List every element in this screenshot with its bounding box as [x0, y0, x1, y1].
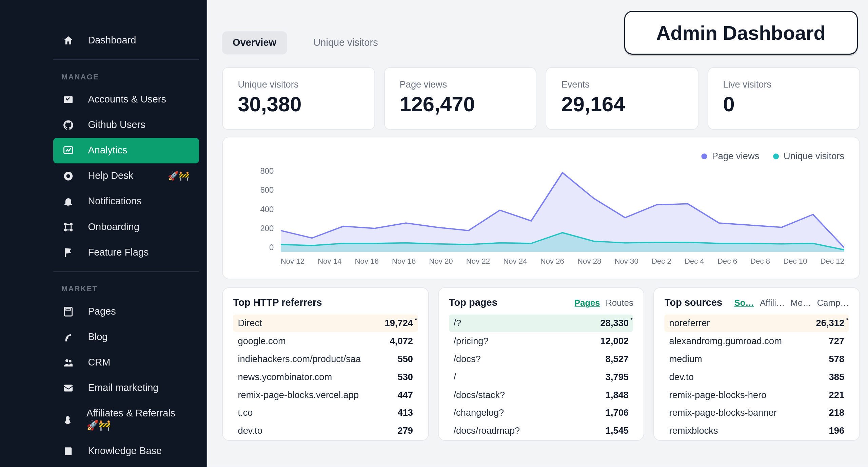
- x-tick: Nov 30: [614, 257, 638, 270]
- row-value: 279: [397, 426, 413, 436]
- x-tick: Nov 28: [577, 257, 601, 270]
- sidebar-section-heading: MANAGE: [53, 60, 206, 87]
- panel-title: Top HTTP referrers: [233, 297, 322, 309]
- svg-point-7: [70, 228, 73, 231]
- table-row[interactable]: / 3,795: [449, 368, 633, 386]
- stat-card: Page views 126,470: [384, 67, 536, 130]
- row-value: 196: [829, 426, 845, 436]
- panel-tabs: PagesRoutes: [574, 298, 633, 307]
- table-row[interactable]: noreferrer 26,312: [665, 315, 849, 332]
- panel-tab[interactable]: Camp…: [817, 298, 849, 307]
- panel-title: Top pages: [449, 297, 497, 309]
- analytics-icon: [61, 145, 75, 156]
- panel-tab[interactable]: Affili…: [760, 298, 785, 307]
- sidebar-item-flags[interactable]: Feature Flags: [53, 240, 199, 265]
- panel-header: Top HTTP referrers: [233, 297, 418, 309]
- sidebar: Dashboard MANAGE Accounts & Users Github…: [0, 0, 207, 467]
- y-tick: 0: [238, 243, 274, 252]
- row-name: /docs?: [453, 354, 480, 365]
- table-row[interactable]: indiehackers.com/product/saa 550: [233, 351, 418, 368]
- x-tick: Dec 8: [750, 257, 770, 270]
- table-row[interactable]: news.ycombinator.com 530: [233, 368, 418, 386]
- panel-tab[interactable]: Me…: [791, 298, 811, 307]
- chart-y-axis: 8006004002000: [238, 166, 274, 252]
- row-value: 28,330: [600, 318, 629, 329]
- table-row[interactable]: /pricing? 12,002: [449, 333, 633, 350]
- table-row[interactable]: google.com 4,072: [233, 333, 418, 350]
- svg-point-3: [66, 174, 70, 178]
- sidebar-item-pages[interactable]: Pages: [53, 299, 199, 324]
- table-row[interactable]: remix-page-blocks.vercel.app 447: [233, 386, 418, 404]
- tab-overview[interactable]: Overview: [222, 31, 287, 54]
- sidebar-item-notifications[interactable]: Notifications: [53, 189, 199, 214]
- svg-point-4: [64, 223, 67, 226]
- x-tick: Nov 20: [429, 257, 453, 270]
- row-name: alexandromg.gumroad.com: [669, 336, 782, 347]
- row-name: dev.to: [238, 426, 262, 436]
- sidebar-item-accounts[interactable]: Accounts & Users: [53, 87, 199, 112]
- x-tick: Dec 6: [717, 257, 737, 270]
- legend-item[interactable]: Page views: [702, 151, 759, 162]
- sidebar-item-crm[interactable]: CRM: [53, 350, 199, 375]
- row-name: /: [453, 372, 456, 382]
- table-row[interactable]: remix-page-blocks-hero 221: [665, 386, 849, 404]
- table-row[interactable]: /changelog? 1,706: [449, 404, 633, 422]
- crm-icon: [61, 357, 75, 368]
- sidebar-item-label: Knowledge Base: [88, 445, 162, 457]
- row-value: 8,527: [606, 354, 629, 365]
- panel-referrers: Top HTTP referrersDirect 19,724google.co…: [222, 287, 429, 441]
- sidebar-item-affiliates[interactable]: Affiliates & Referrals 🚀🚧: [53, 401, 199, 438]
- sidebar-item-blog[interactable]: Blog: [53, 324, 199, 350]
- table-row[interactable]: /? 28,330: [449, 315, 633, 332]
- tab-unique-visitors[interactable]: Unique visitors: [303, 31, 389, 54]
- sidebar-item-helpdesk[interactable]: Help Desk 🚀🚧: [53, 163, 199, 189]
- sidebar-item-github[interactable]: Github Users: [53, 112, 199, 138]
- table-row[interactable]: alexandromg.gumroad.com 727: [665, 333, 849, 350]
- table-row[interactable]: t.co 413: [233, 404, 418, 422]
- row-value: 447: [397, 390, 413, 400]
- stat-value: 30,380: [238, 92, 359, 116]
- table-row[interactable]: remix-page-blocks-banner 218: [665, 404, 849, 422]
- row-name: /docs/stack?: [453, 390, 505, 400]
- row-name: medium: [669, 354, 702, 365]
- sidebar-item-label: Feature Flags: [88, 247, 149, 258]
- sidebar-section-heading: MARKET: [53, 272, 206, 299]
- sidebar-item-email[interactable]: Email marketing: [53, 375, 199, 401]
- sidebar-item-analytics[interactable]: Analytics: [53, 138, 199, 163]
- sidebar-item-dashboard[interactable]: Dashboard: [53, 28, 199, 53]
- legend-item[interactable]: Unique visitors: [773, 151, 844, 162]
- panels-row: Top HTTP referrersDirect 19,724google.co…: [222, 287, 860, 441]
- panel-tab[interactable]: So…: [734, 298, 754, 307]
- svg-point-6: [64, 228, 67, 231]
- sidebar-item-label: Pages: [88, 306, 116, 317]
- table-row[interactable]: /docs/roadmap? 1,545: [449, 422, 633, 440]
- table-row[interactable]: medium 578: [665, 351, 849, 368]
- x-tick: Nov 18: [392, 257, 416, 270]
- table-row[interactable]: /docs/stack? 1,848: [449, 386, 633, 404]
- row-name: remix-page-blocks-hero: [669, 390, 767, 400]
- stat-label: Page views: [399, 79, 521, 90]
- sidebar-item-kb[interactable]: Knowledge Base: [53, 438, 199, 464]
- stat-label: Unique visitors: [238, 79, 359, 90]
- row-value: 3,795: [606, 372, 629, 382]
- legend-label: Page views: [712, 151, 760, 162]
- notifications-icon: [61, 196, 75, 207]
- table-row[interactable]: dev.to 279: [233, 422, 418, 440]
- row-value: 578: [829, 354, 845, 365]
- row-name: t.co: [238, 408, 253, 418]
- svg-point-10: [65, 359, 68, 362]
- sidebar-item-label: Accounts & Users: [88, 94, 166, 105]
- row-value: 1,545: [606, 426, 629, 436]
- panel-tab[interactable]: Routes: [606, 298, 633, 307]
- table-row[interactable]: dev.to 385: [665, 368, 849, 386]
- x-tick: Nov 24: [503, 257, 527, 270]
- row-name: news.ycombinator.com: [238, 372, 332, 382]
- sidebar-item-onboarding[interactable]: Onboarding: [53, 214, 199, 240]
- stats-row: Unique visitors 30,380Page views 126,470…: [222, 67, 860, 130]
- table-row[interactable]: Direct 19,724: [233, 315, 418, 332]
- stat-card: Events 29,164: [546, 67, 698, 130]
- email-icon: [61, 382, 75, 394]
- table-row[interactable]: remixblocks 196: [665, 422, 849, 440]
- table-row[interactable]: /docs? 8,527: [449, 351, 633, 368]
- panel-tab[interactable]: Pages: [574, 298, 600, 307]
